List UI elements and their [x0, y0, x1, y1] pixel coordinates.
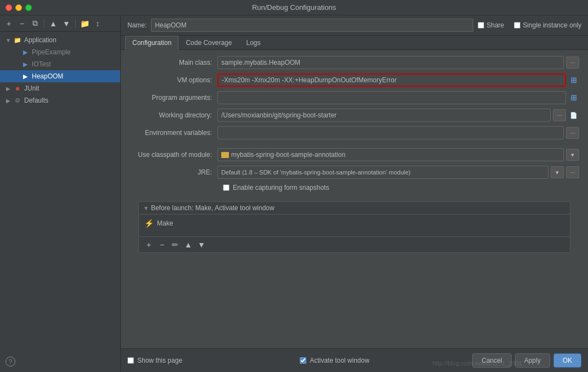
- env-vars-field: ···: [217, 126, 579, 139]
- classpath-value: mybatis-spring-boot-sample-annotation: [231, 151, 345, 159]
- classpath-dropdown-button[interactable]: ▾: [566, 149, 579, 161]
- name-bar: Name: Share Single instance only: [121, 15, 588, 36]
- make-label: Make: [157, 219, 173, 227]
- enable-snapshots-label: Enable capturing form snapshots: [233, 184, 329, 191]
- iotest-icon: ▶: [21, 60, 30, 69]
- pipeexample-icon: ▶: [21, 48, 30, 57]
- sidebar-toolbar: + − ⧉ ▲ ▼ 📁 ↕: [0, 15, 120, 32]
- before-launch-body: ⚡ Make: [139, 215, 570, 236]
- vm-options-field: ⊞: [217, 74, 579, 87]
- folder-button[interactable]: 📁: [79, 18, 90, 29]
- tab-logs[interactable]: Logs: [239, 36, 267, 50]
- working-dir-label: Working directory:: [130, 111, 217, 119]
- vm-options-row: VM options: ⊞: [130, 73, 579, 87]
- tree-label-defaults: Defaults: [24, 97, 48, 104]
- module-icon: [221, 152, 229, 158]
- before-launch-title: Before launch: Make, Activate tool windo…: [151, 204, 275, 212]
- show-page-checkbox[interactable]: [127, 357, 134, 364]
- main-class-browse-button[interactable]: ···: [566, 57, 579, 69]
- jre-label: JRE:: [130, 168, 217, 176]
- remove-config-button[interactable]: −: [16, 18, 27, 29]
- expand-icon: ▼: [4, 36, 12, 44]
- vm-options-input[interactable]: [217, 74, 566, 87]
- tab-code-coverage[interactable]: Code Coverage: [178, 36, 239, 50]
- working-dir-file-button[interactable]: 📄: [568, 110, 579, 121]
- share-area: Share: [478, 21, 504, 29]
- maximize-button[interactable]: [25, 4, 32, 11]
- bl-down-button[interactable]: ▼: [196, 239, 207, 250]
- program-args-expand-button[interactable]: ⊞: [568, 92, 579, 103]
- working-dir-row: Working directory: ··· 📄: [130, 108, 579, 122]
- spacer-row: [130, 143, 579, 148]
- bl-edit-button[interactable]: ✏: [170, 239, 181, 250]
- add-config-button[interactable]: +: [3, 18, 14, 29]
- classpath-field: mybatis-spring-boot-sample-annotation ▾: [217, 148, 579, 161]
- toolbar-separator: [44, 19, 44, 28]
- tree-label-iotest: IOTest: [32, 60, 51, 68]
- single-instance-area: Single instance only: [514, 21, 581, 29]
- junit-expand-icon: ▶: [4, 84, 12, 92]
- share-checkbox[interactable]: [478, 22, 484, 29]
- move-down-button[interactable]: ▼: [61, 18, 72, 29]
- jre-row: JRE: ▾ ···: [130, 165, 579, 179]
- vm-options-expand-button[interactable]: ⊞: [568, 75, 579, 86]
- jre-browse-button[interactable]: ···: [566, 166, 579, 178]
- env-vars-browse-button[interactable]: ···: [566, 127, 579, 139]
- before-launch-triangle-icon[interactable]: ▼: [143, 205, 149, 211]
- main-class-row: Main class: ···: [130, 55, 579, 70]
- working-dir-input[interactable]: [217, 109, 551, 122]
- program-args-label: Program arguments:: [130, 94, 217, 102]
- before-launch-toolbar: + − ✏ ▲ ▼: [139, 236, 570, 252]
- help-button[interactable]: ?: [5, 357, 15, 367]
- tree-label-heapoom: HeapOOM: [32, 72, 63, 80]
- working-dir-browse-button[interactable]: ···: [553, 109, 566, 121]
- share-label: Share: [486, 21, 504, 29]
- env-vars-row: Environment variables: ···: [130, 126, 579, 140]
- activate-checkbox[interactable]: [300, 357, 306, 364]
- sidebar: + − ⧉ ▲ ▼ 📁 ↕ ▼ 📁 Application: [0, 15, 121, 372]
- enable-snapshots-row: Enable capturing form snapshots: [223, 184, 579, 191]
- toolbar-separator-2: [75, 19, 76, 28]
- copy-config-button[interactable]: ⧉: [30, 18, 41, 29]
- close-button[interactable]: [5, 4, 12, 11]
- classpath-label: Use classpath of module:: [130, 151, 217, 159]
- program-args-input[interactable]: [217, 91, 566, 104]
- tree-item-iotest[interactable]: ▶ ▶ IOTest: [0, 58, 120, 70]
- right-panel: Name: Share Single instance only Configu…: [121, 15, 588, 372]
- watermark: http://blog.csdn.net/u01271_2901: [433, 360, 522, 367]
- name-input[interactable]: [151, 19, 473, 32]
- config-tree: ▼ 📁 Application ▶ ▶ PipeExample ▶ ▶ IOTe…: [0, 32, 120, 372]
- bl-up-button[interactable]: ▲: [183, 239, 194, 250]
- make-item: ⚡ Make: [141, 217, 568, 230]
- jre-input[interactable]: [217, 166, 548, 179]
- minimize-button[interactable]: [15, 4, 22, 11]
- main-class-label: Main class:: [130, 59, 217, 66]
- name-label: Name:: [127, 21, 147, 29]
- tree-item-heapoom[interactable]: ▶ ▶ HeapOOM: [0, 70, 120, 82]
- defaults-expand-icon: ▶: [4, 97, 12, 104]
- tab-configuration[interactable]: Configuration: [125, 36, 178, 50]
- program-args-field: ⊞: [217, 91, 579, 104]
- activate-label: Activate tool window: [310, 357, 369, 364]
- move-up-button[interactable]: ▲: [48, 18, 59, 29]
- single-instance-checkbox[interactable]: [514, 22, 520, 29]
- bl-remove-button[interactable]: −: [156, 239, 167, 250]
- traffic-lights: [5, 4, 32, 11]
- tree-item-defaults[interactable]: ▶ ⚙ Defaults: [0, 94, 120, 106]
- tree-item-junit[interactable]: ▶ ■ JUnit: [0, 82, 120, 94]
- classpath-row: Use classpath of module: mybatis-spring-…: [130, 148, 579, 162]
- vm-options-label: VM options:: [130, 76, 217, 84]
- heapoom-icon: ▶: [21, 72, 30, 81]
- jre-dropdown-button[interactable]: ▾: [551, 166, 564, 178]
- tree-item-application[interactable]: ▼ 📁 Application: [0, 34, 120, 46]
- bl-add-button[interactable]: +: [143, 239, 154, 250]
- junit-icon: ■: [13, 84, 22, 93]
- ok-button[interactable]: OK: [553, 353, 581, 368]
- sort-button[interactable]: ↕: [92, 18, 103, 29]
- tree-item-pipeexample[interactable]: ▶ ▶ PipeExample: [0, 46, 120, 58]
- config-tabs: Configuration Code Coverage Logs: [121, 36, 588, 50]
- main-class-field: ···: [217, 56, 579, 69]
- env-vars-input[interactable]: [217, 126, 564, 139]
- main-class-input[interactable]: [217, 56, 564, 69]
- enable-snapshots-checkbox[interactable]: [223, 184, 229, 191]
